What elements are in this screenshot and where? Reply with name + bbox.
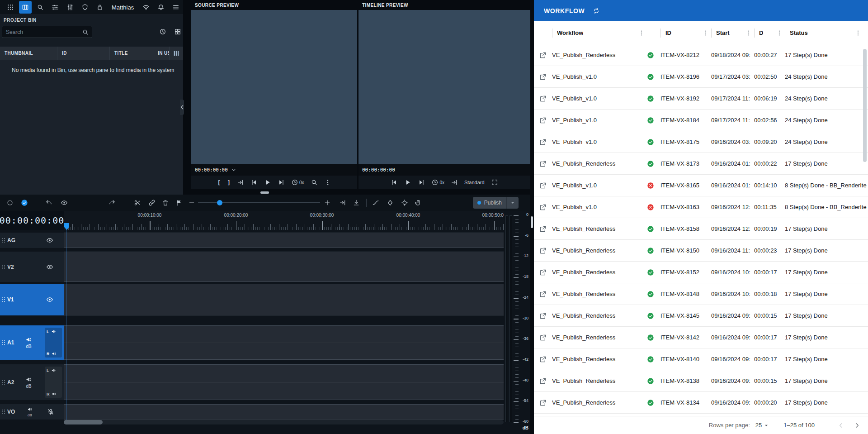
position-icon[interactable] [401, 199, 408, 206]
track-lane-a2[interactable] [64, 364, 504, 400]
prev-frame-icon[interactable] [250, 179, 258, 186]
track-lane-ag[interactable] [64, 233, 504, 248]
publish-dropdown-icon[interactable] [509, 199, 516, 206]
speaker-icon[interactable] [25, 336, 32, 343]
workflow-row[interactable]: VE_Publish_v1.0 ITEM-VX-8192 09/17/2024 … [534, 88, 868, 110]
mic-muted-icon[interactable] [47, 408, 54, 415]
column-menu-icon[interactable] [702, 29, 709, 37]
open-workflow-icon[interactable] [539, 269, 547, 276]
apps-menu-button[interactable] [4, 1, 17, 14]
next-frame-icon[interactable] [278, 179, 285, 186]
playback-speed[interactable]: 0x [431, 179, 444, 186]
workflow-row[interactable]: VE_Publish_Renderless ITEM-VX-8152 09/16… [534, 262, 868, 283]
column-header-duration[interactable]: D [759, 29, 763, 36]
next-frame-icon[interactable] [418, 179, 425, 186]
drag-handle-icon[interactable] [0, 237, 7, 244]
transition-curve-icon[interactable] [372, 199, 379, 206]
workflow-row[interactable]: VE_Publish_Renderless ITEM-VX-8138 09/16… [534, 370, 868, 392]
workflow-row[interactable]: VE_Publish_Renderless ITEM-VX-8173 09/16… [534, 153, 868, 175]
track-lane-a1[interactable] [64, 325, 504, 360]
column-menu-icon[interactable] [638, 29, 645, 37]
speaker-icon[interactable] [52, 391, 57, 396]
workflow-row[interactable]: VE_Publish_v1.0 ITEM-VX-8196 09/17/2024 … [534, 66, 868, 88]
workflow-row[interactable]: VE_Publish_Renderless ITEM-VX-8148 09/16… [534, 283, 868, 305]
editor-layout-button[interactable] [19, 1, 32, 14]
track-lane-vo[interactable] [64, 404, 504, 420]
preview-resize-handle[interactable] [260, 191, 269, 194]
prev-page-icon[interactable] [837, 422, 844, 429]
column-menu-icon[interactable] [854, 29, 862, 37]
open-workflow-icon[interactable] [539, 356, 547, 363]
track-header-vo[interactable]: VO dB [0, 404, 64, 420]
rows-per-page-select[interactable]: 25 [755, 422, 770, 429]
zoom-slider-thumb[interactable] [217, 200, 222, 205]
mark-out-button[interactable]: ] [227, 179, 231, 186]
fullscreen-icon[interactable] [491, 179, 498, 186]
shield-button[interactable] [79, 1, 91, 14]
column-header-status[interactable]: Status [790, 29, 808, 36]
network-status-button[interactable] [140, 1, 152, 14]
speaker-icon[interactable] [25, 376, 32, 383]
pan-hand-icon[interactable] [415, 199, 422, 206]
history-icon[interactable] [159, 28, 166, 35]
open-workflow-icon[interactable] [539, 291, 547, 298]
source-video-area[interactable] [191, 10, 357, 164]
visibility-icon[interactable] [61, 199, 68, 206]
track-header-a2[interactable]: A2 dB L R [0, 364, 64, 400]
source-timecode[interactable]: 00:00:00:00 [191, 164, 357, 176]
open-workflow-icon[interactable] [539, 377, 547, 385]
zoom-in-icon[interactable] [324, 199, 331, 206]
user-name[interactable]: Matthias [112, 4, 134, 11]
column-header-id[interactable]: ID [665, 29, 671, 36]
column-header-in-use[interactable]: IN USE [153, 47, 170, 60]
link-icon[interactable] [148, 199, 156, 206]
open-workflow-icon[interactable] [539, 225, 547, 233]
track-header-a1[interactable]: A1 dB L R [0, 325, 64, 360]
bin-search-input[interactable] [2, 29, 82, 35]
workflow-row[interactable]: VE_Publish_Renderless ITEM-VX-8212 09/18… [534, 44, 868, 66]
next-page-icon[interactable] [854, 422, 861, 429]
drag-handle-icon[interactable] [0, 263, 7, 271]
match-frame-icon[interactable] [237, 179, 244, 186]
zoom-icon[interactable] [311, 179, 318, 186]
open-workflow-icon[interactable] [539, 95, 547, 102]
open-workflow-icon[interactable] [539, 138, 547, 146]
search-button[interactable] [34, 1, 47, 14]
column-header-start[interactable]: Start [716, 29, 730, 36]
grid-view-icon[interactable] [174, 28, 181, 35]
open-workflow-icon[interactable] [539, 399, 547, 406]
workflow-row[interactable]: VE_Publish_Renderless ITEM-VX-8145 09/16… [534, 305, 868, 327]
mark-in-button[interactable]: [ [217, 179, 221, 186]
track-visibility-icon[interactable] [46, 237, 53, 244]
scrollbar-thumb[interactable] [64, 420, 103, 424]
open-workflow-icon[interactable] [539, 160, 547, 167]
speaker-icon[interactable] [52, 351, 57, 356]
chevron-down-icon[interactable] [230, 166, 237, 173]
zoom-out-icon[interactable] [188, 199, 195, 206]
match-frame-icon[interactable] [451, 179, 458, 186]
undo-icon[interactable] [45, 199, 52, 206]
open-workflow-icon[interactable] [539, 334, 547, 341]
open-workflow-icon[interactable] [539, 204, 547, 211]
track-visibility-icon[interactable] [46, 296, 53, 303]
search-icon[interactable] [82, 29, 89, 36]
drag-handle-icon[interactable] [0, 379, 7, 386]
speaker-icon[interactable] [27, 407, 33, 412]
open-workflow-icon[interactable] [539, 52, 547, 59]
quality-select[interactable]: Standard [464, 180, 485, 185]
cut-icon[interactable] [134, 199, 141, 206]
delete-icon[interactable] [162, 199, 169, 206]
timeline-video-area[interactable] [359, 10, 530, 164]
timeline-ruler[interactable]: 00:00:10:0000:00:20:0000:00:30:0000:00:4… [64, 211, 504, 230]
play-icon[interactable] [264, 179, 271, 186]
column-header-workflow[interactable]: Workflow [557, 29, 583, 36]
open-workflow-icon[interactable] [539, 247, 547, 254]
record-icon[interactable] [6, 199, 14, 206]
workflow-scrollbar-thumb[interactable] [863, 49, 867, 162]
redo-icon[interactable] [108, 199, 116, 206]
mixer-button[interactable] [49, 1, 61, 14]
workflow-row[interactable]: VE_Publish_v1.0 ITEM-VX-8163 09/16/2024 … [534, 196, 868, 218]
refresh-icon[interactable] [593, 7, 600, 14]
column-menu-icon[interactable] [745, 29, 752, 37]
overwrite-icon[interactable] [353, 199, 360, 206]
